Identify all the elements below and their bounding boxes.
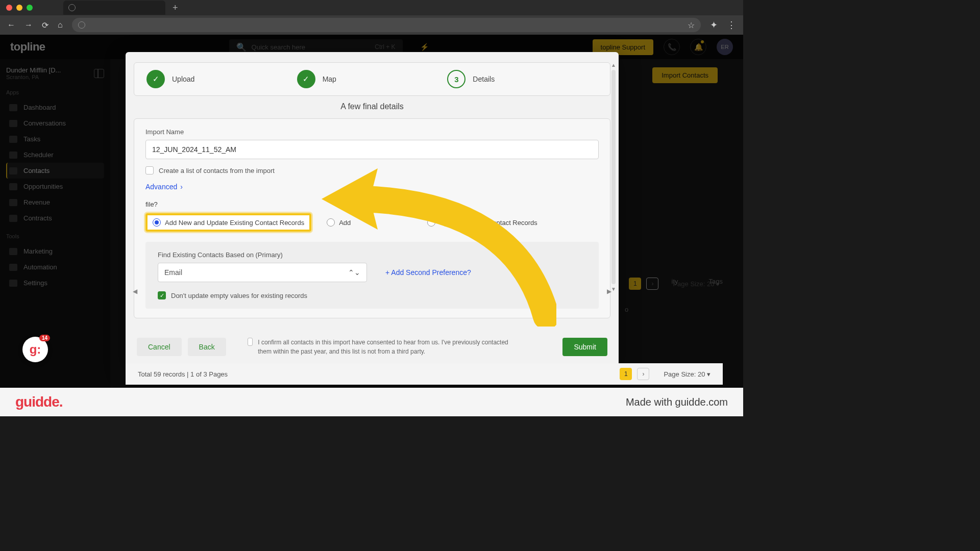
step-upload[interactable]: ✓ Upload [146,70,297,88]
sidebar-item-label: Contracts [23,214,52,222]
import-contacts-button[interactable]: Import Contacts [652,67,718,83]
apps-section-label: Apps [6,89,104,95]
new-tab-button[interactable]: + [173,3,178,13]
radio-icon [427,218,435,227]
maximize-window-icon[interactable] [27,5,33,11]
app-logo[interactable]: topline [10,40,45,54]
table-fragment: ityTags o [621,278,723,339]
phone-icon[interactable]: 📞 [664,39,680,55]
close-window-icon[interactable] [6,5,12,11]
scroll-down-icon[interactable]: ▼ [611,286,616,292]
sidebar-item-scheduler[interactable]: Scheduler [6,147,104,163]
site-info-icon[interactable] [78,21,85,29]
modal-title: A few final details [134,102,610,111]
submit-button[interactable]: Submit [562,338,607,356]
home-icon[interactable]: ⌂ [58,20,63,30]
scroll-up-icon[interactable]: ▲ [611,62,616,68]
bolt-icon[interactable]: ⚡ [420,43,429,51]
minimize-window-icon[interactable] [16,5,22,11]
cancel-button[interactable]: Cancel [137,338,182,356]
select-value: Email [164,268,182,277]
create-list-checkbox[interactable]: Create a list of contacts from the impor… [145,166,599,174]
checkbox-icon [145,166,154,174]
browser-menu-icon[interactable]: ⋮ [727,19,736,31]
radio-label: Add New and Update Existing Contact Reco… [165,219,304,227]
sidebar-item-automation[interactable]: Automation [6,259,104,275]
advanced-toggle[interactable]: Advanced› [145,183,183,191]
page-current[interactable]: 1 [620,368,632,380]
forward-icon[interactable]: → [24,20,33,30]
check-icon: ✓ [146,70,165,88]
modal-vscroll[interactable]: ▲▼ [610,62,617,292]
bell-icon[interactable]: 🔔 [690,39,706,55]
radio-add[interactable]: Add [327,218,351,227]
sidebar-item-revenue[interactable]: Revenue [6,194,104,210]
search-icon: 🔍 [236,42,247,52]
sidebar-item-label: Contacts [23,167,50,174]
primary-select[interactable]: Email ⌃⌄ [158,263,367,282]
tab-bar: + [63,1,178,15]
sidebar-item-contracts[interactable]: Contracts [6,210,104,226]
contracts-icon [9,215,17,222]
sidebar-item-marketing[interactable]: Marketing [6,243,104,259]
panel-toggle-icon[interactable] [94,69,104,78]
checkbox-label: Create a list of contacts from the impor… [159,167,275,174]
marketing-icon [9,248,17,255]
sidebar: Dunder Mifflin [D... Scranton, PA Apps D… [0,59,110,388]
radio-label: Add [339,219,351,227]
extensions-icon[interactable]: ✦ [710,19,718,31]
avatar[interactable]: ER [717,39,733,55]
revenue-icon [9,199,17,206]
check-icon: ✓ [297,70,315,88]
modal-hscroll[interactable]: ◀▶ [133,288,611,295]
radio-add-update[interactable]: Add New and Update Existing Contact Reco… [145,213,311,232]
import-name-input[interactable] [145,140,599,159]
back-button[interactable]: Back [188,338,226,356]
step-map[interactable]: ✓ Map [297,70,448,88]
scroll-left-icon[interactable]: ◀ [133,288,137,295]
sidebar-item-label: Tasks [23,135,40,143]
consent-checkbox[interactable]: I confirm all contacts in this import ha… [248,338,513,356]
reload-icon[interactable]: ⟳ [42,20,48,30]
th-tags: Tags [709,278,723,285]
guidde-float-icon[interactable]: g: [22,337,48,362]
scroll-thumb[interactable] [611,70,616,284]
consent-text: I confirm all contacts in this import ha… [258,338,512,356]
guidde-attribution: Made with guidde.com [626,396,728,408]
step-number: 3 [447,70,465,88]
sidebar-item-conversations[interactable]: Conversations [6,115,104,131]
browser-tab-strip: + [0,0,743,15]
page-size-select[interactable]: Page Size: 20 ▾ [664,370,710,378]
cell-fragment: o [625,306,628,313]
back-icon[interactable]: ← [7,20,15,30]
bookmark-icon[interactable]: ☆ [688,20,695,30]
radio-icon [327,218,335,227]
step-label: Details [473,75,495,83]
radio-group: Add New and Update Existing Contact Reco… [145,213,599,232]
address-bar[interactable]: ☆ [72,18,701,32]
step-label: Map [323,75,336,83]
guidde-logo: guidde. [15,394,63,410]
browser-toolbar: ← → ⟳ ⌂ ☆ ✦ ⋮ [0,15,743,35]
add-second-preference[interactable]: + Add Second Preference? [385,268,471,277]
primary-label: Find Existing Contacts Based on (Primary… [158,251,586,259]
sidebar-item-dashboard[interactable]: Dashboard [6,99,104,115]
th-ity: ity [672,278,678,285]
step-details[interactable]: 3 Details [447,70,598,88]
contacts-question: file? [145,201,599,208]
sidebar-item-contacts[interactable]: Contacts [6,163,104,179]
import-name-label: Import Name [145,128,599,136]
sidebar-item-settings[interactable]: Settings [6,275,104,291]
pager: 1 › Page Size: 20 ▾ [620,368,710,380]
browser-tab[interactable] [63,1,165,15]
contacts-icon [9,167,17,174]
account-switcher[interactable]: Dunder Mifflin [D... Scranton, PA [6,66,104,80]
sidebar-item-tasks[interactable]: Tasks [6,131,104,147]
scroll-right-icon[interactable]: ▶ [607,288,611,295]
sidebar-item-opportunities[interactable]: Opportunities [6,179,104,194]
search-input[interactable] [252,43,370,51]
records-total: Total 59 records | 1 of 3 Pages [138,370,228,378]
globe-icon [68,4,76,11]
page-next-icon[interactable]: › [637,368,649,380]
radio-update[interactable]: Update Existing Contact Records [427,218,537,227]
